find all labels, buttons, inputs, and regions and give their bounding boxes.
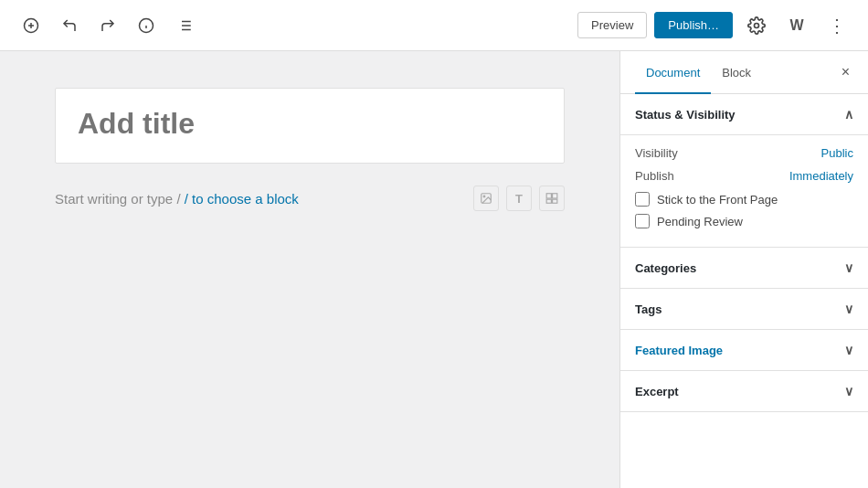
- content-placeholder[interactable]: Start writing or type / / to choose a bl…: [55, 191, 473, 207]
- tab-document[interactable]: Document: [635, 51, 711, 94]
- publish-value[interactable]: Immediately: [789, 169, 853, 183]
- excerpt-title: Excerpt: [635, 385, 679, 398]
- featured-image-section: Featured Image ∨: [620, 330, 868, 371]
- editor-canvas: Start writing or type / / to choose a bl…: [55, 88, 565, 451]
- placeholder-text: Start writing or type: [55, 191, 173, 207]
- status-chevron-up-icon: ∧: [844, 107, 853, 122]
- settings-button[interactable]: [740, 9, 773, 42]
- info-icon: [138, 17, 154, 34]
- toolbar: Preview Publish… W ⋮: [0, 0, 868, 51]
- main-layout: Start writing or type / / to choose a bl…: [0, 51, 868, 488]
- add-block-button[interactable]: [15, 9, 48, 42]
- pending-review-label: Pending Review: [657, 215, 743, 228]
- image-block-icon[interactable]: [473, 186, 499, 211]
- categories-header[interactable]: Categories ∨: [620, 248, 868, 288]
- stick-front-page-checkbox[interactable]: [635, 192, 650, 207]
- sidebar: Document Block × Status & Visibility ∧ V…: [619, 51, 868, 488]
- text-block-icon[interactable]: T: [506, 186, 532, 211]
- pending-review-checkbox[interactable]: [635, 214, 650, 228]
- featured-image-title: Featured Image: [635, 344, 723, 357]
- list-icon: [176, 17, 193, 34]
- svg-rect-15: [546, 194, 551, 198]
- redo-icon: [100, 17, 116, 34]
- stick-front-page-row: Stick to the Front Page: [635, 192, 853, 207]
- pending-review-row: Pending Review: [635, 214, 853, 228]
- block-icons: T: [473, 186, 565, 211]
- gallery-block-icon[interactable]: [539, 186, 565, 211]
- status-visibility-section: Status & Visibility ∧ Visibility Public …: [620, 94, 868, 248]
- placeholder-separator: /: [176, 191, 184, 207]
- undo-icon: [61, 17, 78, 34]
- stick-front-page-label: Stick to the Front Page: [657, 193, 778, 207]
- excerpt-section: Excerpt ∨: [620, 371, 868, 412]
- featured-image-header[interactable]: Featured Image ∨: [620, 330, 868, 370]
- status-visibility-header[interactable]: Status & Visibility ∧: [620, 94, 868, 135]
- status-visibility-title: Status & Visibility: [635, 108, 736, 122]
- content-block: Start writing or type / / to choose a bl…: [55, 178, 565, 218]
- w-logo-button[interactable]: W: [780, 9, 813, 42]
- visibility-value[interactable]: Public: [821, 146, 853, 160]
- toolbar-left: [15, 9, 570, 42]
- svg-point-14: [483, 196, 485, 197]
- svg-rect-16: [553, 194, 557, 198]
- publish-label: Publish: [635, 169, 674, 183]
- categories-chevron-icon: ∨: [844, 260, 853, 275]
- list-view-button[interactable]: [168, 9, 201, 42]
- tab-block[interactable]: Block: [711, 51, 762, 94]
- svg-rect-17: [546, 199, 551, 203]
- categories-title: Categories: [635, 261, 696, 275]
- add-icon: [23, 17, 39, 34]
- excerpt-header[interactable]: Excerpt ∨: [620, 371, 868, 411]
- visibility-label: Visibility: [635, 146, 678, 160]
- featured-image-chevron-icon: ∨: [844, 343, 853, 357]
- tags-header[interactable]: Tags ∨: [620, 289, 868, 329]
- tags-chevron-icon: ∨: [844, 302, 853, 316]
- redo-button[interactable]: [91, 9, 124, 42]
- sidebar-close-button[interactable]: ×: [838, 61, 853, 83]
- excerpt-chevron-icon: ∨: [844, 384, 853, 398]
- svg-rect-18: [553, 199, 557, 203]
- title-block: [55, 88, 565, 164]
- more-options-button[interactable]: ⋮: [820, 9, 853, 42]
- toolbar-right: Preview Publish… W ⋮: [577, 9, 853, 42]
- undo-button[interactable]: [53, 9, 86, 42]
- editor-area: Start writing or type / / to choose a bl…: [0, 51, 619, 488]
- publish-button[interactable]: Publish…: [654, 12, 733, 38]
- categories-section: Categories ∨: [620, 248, 868, 289]
- post-title-input[interactable]: [78, 107, 542, 141]
- status-visibility-content: Visibility Public Publish Immediately St…: [620, 135, 868, 247]
- tags-section: Tags ∨: [620, 289, 868, 330]
- tags-title: Tags: [635, 302, 662, 316]
- visibility-row: Visibility Public: [635, 146, 853, 160]
- svg-point-12: [755, 23, 759, 27]
- gear-icon: [747, 16, 766, 35]
- info-button[interactable]: [130, 9, 163, 42]
- preview-button[interactable]: Preview: [577, 12, 647, 38]
- choose-block-link[interactable]: / to choose a block: [185, 191, 299, 207]
- publish-row: Publish Immediately: [635, 169, 853, 183]
- sidebar-tabs: Document Block ×: [620, 51, 868, 94]
